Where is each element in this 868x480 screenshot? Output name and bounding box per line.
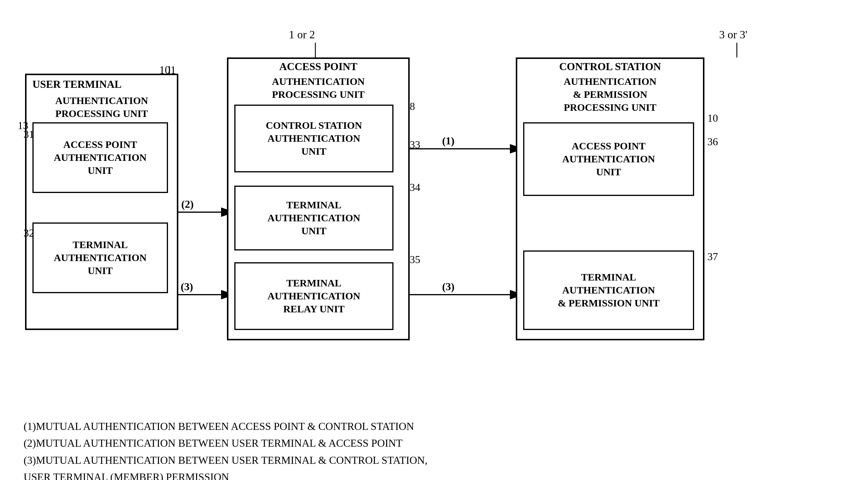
control-station-outer-box: CONTROL STATION AUTHENTICATION& PERMISSI…	[516, 58, 705, 340]
ref-34-label: 34	[410, 181, 420, 194]
diagram-container: (1) (2) (3) (3) 1 or 2 3 or 3' 101 USER …	[18, 12, 849, 480]
ut-ap-auth-unit-box: ACCESS POINTAUTHENTICATIONUNIT	[32, 122, 168, 193]
svg-text:(2): (2)	[181, 198, 194, 210]
cs-ap-auth-unit-label: ACCESS POINTAUTHENTICATIONUNIT	[524, 124, 693, 195]
ut-terminal-auth-unit-label: TERMINALAUTHENTICATIONUNIT	[34, 224, 167, 292]
svg-text:(3): (3)	[181, 281, 193, 293]
ut-auth-processing-label: AUTHENTICATIONPROCESSING UNIT	[27, 94, 177, 120]
ref-3or3p-label: 3 or 3'	[719, 28, 747, 41]
cs-terminal-auth-perm-label: TERMINALAUTHENTICATION& PERMISSION UNIT	[524, 252, 693, 329]
legend-line1: (1)MUTUAL AUTHENTICATION BETWEEN ACCESS …	[24, 418, 427, 435]
ap-terminal-auth-relay-label: TERMINALAUTHENTICATIONRELAY UNIT	[236, 263, 392, 329]
ap-terminal-auth-unit-label: TERMINALAUTHENTICATIONUNIT	[236, 187, 392, 249]
legend-line2: (2)MUTUAL AUTHENTICATION BETWEEN USER TE…	[24, 435, 427, 452]
ut-terminal-auth-unit-box: TERMINALAUTHENTICATIONUNIT	[32, 222, 168, 293]
ap-auth-processing-label: AUTHENTICATIONPROCESSING UNIT	[228, 75, 408, 101]
ap-terminal-auth-relay-box: TERMINALAUTHENTICATIONRELAY UNIT	[234, 262, 394, 330]
control-station-label: CONTROL STATION	[517, 60, 703, 73]
ref-8-label: 8	[410, 100, 415, 113]
ap-cs-auth-unit-label: CONTROL STATIONAUTHENTICATIONUNIT	[236, 106, 392, 171]
ref-10-label: 10	[707, 112, 718, 124]
ref-35-label: 35	[410, 253, 420, 266]
legend-line3: (3)MUTUAL AUTHENTICATION BETWEEN USER TE…	[24, 452, 427, 469]
ref-31-label: 31	[24, 128, 34, 140]
ref-1or2-label: 1 or 2	[289, 28, 315, 41]
legend-area: (1)MUTUAL AUTHENTICATION BETWEEN ACCESS …	[24, 418, 427, 480]
ref-37-label: 37	[707, 251, 718, 263]
user-terminal-outer-box: USER TERMINAL AUTHENTICATIONPROCESSING U…	[25, 74, 178, 330]
ut-ap-auth-unit-label: ACCESS POINTAUTHENTICATIONUNIT	[34, 124, 167, 192]
cs-terminal-auth-perm-box: TERMINALAUTHENTICATION& PERMISSION UNIT	[523, 251, 694, 330]
ap-cs-auth-unit-box: CONTROL STATIONAUTHENTICATIONUNIT	[234, 105, 394, 172]
ap-terminal-auth-unit-box: TERMINALAUTHENTICATIONUNIT	[234, 186, 394, 251]
svg-text:(1): (1)	[442, 135, 455, 147]
svg-text:(3): (3)	[442, 281, 455, 293]
ref-36-label: 36	[707, 135, 718, 148]
cs-auth-processing-label: AUTHENTICATION& PERMISSIONPROCESSING UNI…	[517, 75, 703, 114]
cs-ap-auth-unit-box: ACCESS POINTAUTHENTICATIONUNIT	[523, 122, 694, 196]
legend-line4: USER TERMINAL (MEMBER) PERMISSION	[24, 469, 427, 480]
access-point-label: ACCESS POINT	[228, 60, 408, 73]
user-terminal-label: USER TERMINAL	[27, 78, 177, 91]
ref-33-label: 33	[410, 138, 420, 151]
ref-32-label: 32	[24, 227, 34, 239]
access-point-outer-box: ACCESS POINT AUTHENTICATIONPROCESSING UN…	[227, 58, 410, 340]
